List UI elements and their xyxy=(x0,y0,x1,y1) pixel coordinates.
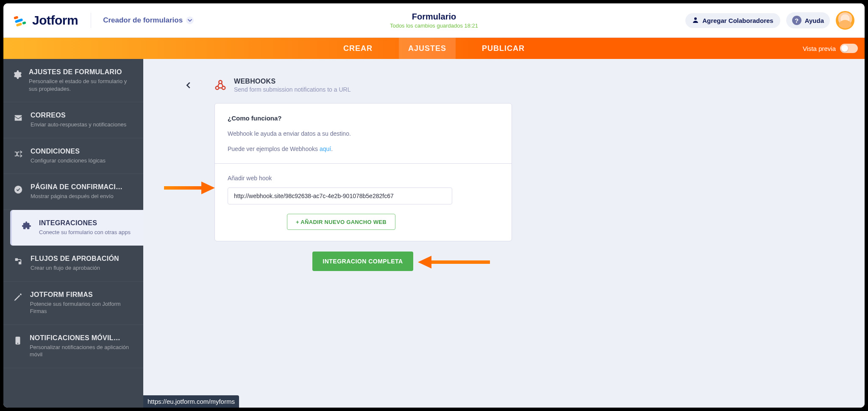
svg-rect-2 xyxy=(16,22,22,27)
page-subtitle: Send form submission notifications to a … xyxy=(234,86,351,93)
sidebar-item-label: NOTIFICACIONES MÓVIL… xyxy=(30,334,134,342)
how-p2-prefix: Puede ver ejemplos de Webhooks xyxy=(228,145,320,152)
help-icon: ? xyxy=(792,16,801,25)
sidebar-item-label: INTEGRACIONES xyxy=(39,219,131,227)
saved-status: Todos los cambios guardados 18:21 xyxy=(390,22,478,29)
webhook-url-input[interactable] xyxy=(228,187,452,204)
builder-dropdown[interactable]: Creador de formularios xyxy=(103,16,194,25)
annotation-arrow-icon xyxy=(418,256,490,268)
svg-marker-16 xyxy=(418,256,431,268)
logo[interactable]: Jotform xyxy=(13,13,78,28)
svg-rect-7 xyxy=(19,262,21,264)
sidebar-item-approvals[interactable]: FLUJOS DE APROBACIÓN Crear un flujo de a… xyxy=(3,246,143,282)
builder-dropdown-label: Creador de formularios xyxy=(103,16,183,25)
sidebar-item-emails[interactable]: CORREOS Enviar auto-respuestas y notific… xyxy=(3,102,143,138)
svg-point-11 xyxy=(222,87,225,90)
sidebar-item-desc: Configurar condiciones lógicas xyxy=(31,157,106,165)
annotation-arrow-icon xyxy=(164,182,215,194)
add-collaborators-label: Agregar Colaboradores xyxy=(702,17,773,24)
shuffle-icon xyxy=(13,148,24,159)
tab-create[interactable]: CREAR xyxy=(334,38,382,59)
logo-icon xyxy=(13,13,27,28)
main-content: WEBHOOKS Send form submission notificati… xyxy=(143,59,865,408)
sidebar-item-sign[interactable]: JOTFORM FIRMAS Potencie sus formularios … xyxy=(3,282,143,325)
svg-marker-14 xyxy=(201,182,215,194)
puzzle-icon xyxy=(21,220,32,231)
svg-rect-1 xyxy=(15,18,23,23)
sidebar-item-label: PÁGINA DE CONFIRMACI… xyxy=(31,183,122,191)
main-tabs: CREAR AJUSTES PUBLICAR Vista previa xyxy=(3,38,865,59)
app-frame: Jotform Creador de formularios Formulari… xyxy=(3,3,865,408)
form-title: Formulario xyxy=(390,12,478,22)
sidebar-item-desc: Personalizar notificaciones de aplicació… xyxy=(30,344,134,358)
sidebar-item-desc: Conecte su formulario con otras apps xyxy=(39,229,131,236)
svg-rect-3 xyxy=(22,21,26,25)
webhooks-card: ¿Como funciona? Webhook le ayuda a envia… xyxy=(214,103,512,241)
tab-publish[interactable]: PUBLICAR xyxy=(473,38,534,59)
sidebar-item-label: FLUJOS DE APROBACIÓN xyxy=(31,255,119,263)
sidebar-item-desc: Enviar auto-respuestas y notificaciones xyxy=(31,121,126,129)
add-new-webhook-button[interactable]: + AÑADIR NUEVO GANCHO WEB xyxy=(287,214,395,230)
sidebar-item-label: CORREOS xyxy=(31,112,126,119)
sidebar-item-desc: Crear un flujo de aprobación xyxy=(31,264,119,272)
svg-rect-6 xyxy=(15,258,18,261)
add-webhook-label: Añadir web hook xyxy=(228,175,499,182)
sidebar-item-desc: Mostrar página después del envío xyxy=(31,193,122,200)
how-question: ¿Como funciona? xyxy=(228,115,499,122)
complete-integration-button[interactable]: INTEGRACION COMPLETA xyxy=(312,252,413,271)
flow-icon xyxy=(13,256,24,267)
sidebar-item-conditions[interactable]: CONDICIONES Configurar condiciones lógic… xyxy=(3,138,143,174)
divider xyxy=(91,13,91,28)
how-p2-suffix: . xyxy=(331,145,333,152)
avatar[interactable] xyxy=(836,11,854,30)
how-p2: Puede ver ejemplos de Webhooks aquí. xyxy=(228,145,499,152)
how-p1: Webhook le ayuda a enviar datos a su des… xyxy=(228,130,499,137)
svg-rect-13 xyxy=(164,186,201,190)
sidebar-item-thank-you[interactable]: PÁGINA DE CONFIRMACI… Mostrar página des… xyxy=(3,174,143,210)
cta-row: INTEGRACION COMPLETA xyxy=(214,252,511,271)
sidebar-item-label: CONDICIONES xyxy=(31,148,106,155)
topbar-right: Agregar Colaboradores ? Ayuda xyxy=(685,11,854,30)
sidebar-item-form-settings[interactable]: AJUSTES DE FORMULARIO Personalice el est… xyxy=(3,59,143,102)
svg-point-5 xyxy=(14,186,22,193)
check-circle-icon xyxy=(13,184,24,195)
sidebar-item-label: JOTFORM FIRMAS xyxy=(30,291,134,299)
webhook-icon xyxy=(213,78,228,93)
svg-point-4 xyxy=(694,17,697,20)
help-button[interactable]: ? Ayuda xyxy=(786,12,830,28)
logo-word: Jotform xyxy=(32,13,78,28)
mail-icon xyxy=(13,112,24,123)
svg-point-10 xyxy=(216,87,219,90)
preview-label: Vista previa xyxy=(803,45,836,52)
examples-link[interactable]: aquí xyxy=(320,145,331,152)
sidebar-item-desc: Potencie sus formularios con Jotform Fir… xyxy=(30,300,134,315)
help-label: Ayuda xyxy=(805,17,824,24)
back-button[interactable] xyxy=(181,78,196,93)
user-icon xyxy=(692,17,699,25)
gear-icon xyxy=(13,69,22,80)
svg-point-9 xyxy=(17,343,18,344)
sidebar-item-mobile-notifications[interactable]: NOTIFICACIONES MÓVIL… Personalizar notif… xyxy=(3,325,143,368)
preview-toggle[interactable] xyxy=(840,44,858,53)
status-link: https://eu.jotform.com/myforms xyxy=(143,395,239,408)
svg-rect-15 xyxy=(431,260,490,264)
svg-rect-0 xyxy=(14,16,19,20)
header-center: Formulario Todos los cambios guardados 1… xyxy=(390,12,478,29)
sidebar-item-label: AJUSTES DE FORMULARIO xyxy=(29,68,134,76)
sidebar-item-integrations[interactable]: INTEGRACIONES Conecte su formulario con … xyxy=(10,210,143,246)
add-collaborators-button[interactable]: Agregar Colaboradores xyxy=(685,13,780,28)
mobile-icon xyxy=(13,335,23,346)
sidebar-item-desc: Personalice el estado de su formulario y… xyxy=(29,78,134,92)
sidebar: AJUSTES DE FORMULARIO Personalice el est… xyxy=(3,59,143,408)
page-title: WEBHOOKS xyxy=(234,78,351,85)
pen-icon xyxy=(13,292,23,303)
chevron-down-icon xyxy=(186,17,194,24)
page-header: WEBHOOKS Send form submission notificati… xyxy=(181,78,853,93)
tab-settings[interactable]: AJUSTES xyxy=(399,38,456,59)
topbar: Jotform Creador de formularios Formulari… xyxy=(3,3,865,38)
